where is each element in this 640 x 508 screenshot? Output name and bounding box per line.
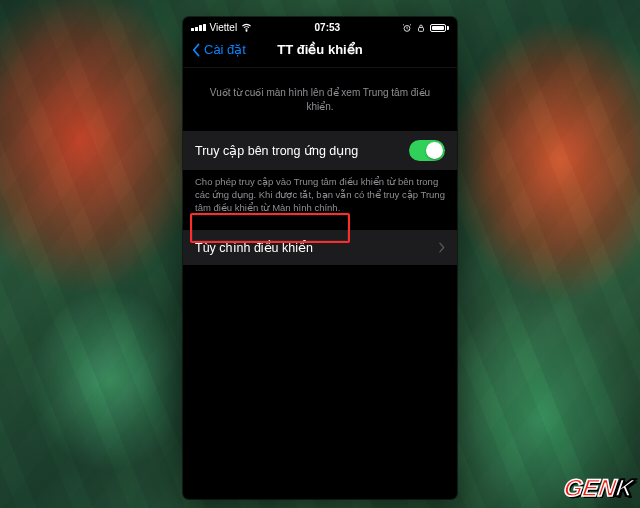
carrier-label: Viettel <box>210 22 238 33</box>
nav-bar: Cài đặt TT điều khiển <box>183 36 457 68</box>
wifi-icon <box>241 22 252 33</box>
access-within-apps-label: Truy cập bên trong ứng dụng <box>195 143 358 158</box>
lock-icon <box>416 23 426 33</box>
svg-rect-2 <box>419 27 424 31</box>
chevron-left-icon <box>191 43 202 57</box>
customize-controls-row[interactable]: Tùy chỉnh điều khiển <box>183 230 457 265</box>
status-right <box>402 23 449 33</box>
access-within-apps-row: Truy cập bên trong ứng dụng <box>183 131 457 170</box>
svg-point-0 <box>246 30 247 31</box>
chevron-right-icon <box>438 242 445 253</box>
alarm-icon <box>402 23 412 33</box>
customize-controls-label: Tùy chỉnh điều khiển <box>195 240 313 255</box>
access-within-apps-note: Cho phép truy cập vào Trung tâm điều khi… <box>183 170 457 230</box>
clock-label: 07:53 <box>315 22 341 33</box>
phone-screen: Viettel 07:53 Cài đặt TT điều khiển Vuốt… <box>183 17 457 499</box>
access-within-apps-toggle[interactable] <box>409 140 445 161</box>
battery-icon <box>430 24 449 32</box>
status-bar: Viettel 07:53 <box>183 17 457 36</box>
header-hint: Vuốt từ cuối màn hình lên để xem Trung t… <box>183 68 457 131</box>
back-button[interactable]: Cài đặt <box>191 42 246 57</box>
status-left: Viettel <box>191 22 252 33</box>
signal-icon <box>191 24 206 32</box>
watermark-logo: GENK <box>562 474 634 502</box>
back-label: Cài đặt <box>204 42 246 57</box>
